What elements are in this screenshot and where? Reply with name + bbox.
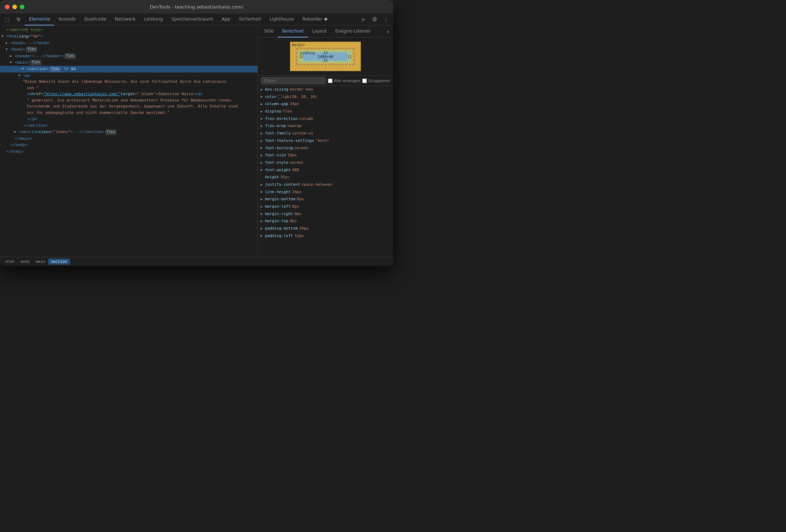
css-expand-icon[interactable]: ▶ xyxy=(261,204,265,209)
css-expand-icon[interactable]: ▶ xyxy=(261,87,265,92)
css-expand-icon[interactable]: ▶ xyxy=(261,138,265,144)
gruppieren-checkbox[interactable] xyxy=(362,79,367,83)
tab-sicherheit[interactable]: Sicherheit xyxy=(235,13,265,25)
dom-close-body[interactable]: </body> xyxy=(0,142,258,148)
breadcrumb-html[interactable]: html xyxy=(3,259,18,265)
css-expand-icon[interactable]: ▶ xyxy=(261,153,265,158)
css-expand-icon[interactable]: ▶ xyxy=(261,145,265,151)
dom-section-selected[interactable]: ··· <section> flex == $0 xyxy=(0,66,258,72)
css-expand-icon[interactable]: ▶ xyxy=(261,102,265,107)
css-property-row[interactable]: ▶font-weight400 xyxy=(258,167,393,174)
css-property-row[interactable]: ▶flex-wrapnowrap xyxy=(258,122,393,130)
css-property-row[interactable]: ▶margin-right0px xyxy=(258,210,393,218)
more-tabs-button[interactable]: » xyxy=(358,15,368,24)
css-property-row[interactable]: ▶margin-bottom0px xyxy=(258,196,393,203)
tab-speicherverbrauch[interactable]: Speicherverbrauch xyxy=(167,13,217,25)
alle-anzeigen-checkbox[interactable] xyxy=(328,79,333,83)
tab-rekorder[interactable]: Rekorder ⏺ xyxy=(298,13,333,25)
css-expand-icon[interactable]: ▶ xyxy=(261,211,265,216)
tab-elemente[interactable]: Elemente xyxy=(25,13,54,25)
tab-berechnet[interactable]: Berechnet xyxy=(278,25,308,37)
css-property-row[interactable]: ▶padding-bottom24px xyxy=(258,225,393,232)
css-property-row[interactable]: ▶line-height24px xyxy=(258,189,393,196)
css-expand-icon[interactable]: ▶ xyxy=(261,197,265,202)
close-button[interactable] xyxy=(5,5,10,9)
dom-head[interactable]: <head> ··· </head> xyxy=(0,40,258,46)
dom-p[interactable]: <p> xyxy=(0,73,258,79)
gruppieren-label[interactable]: Gruppieren xyxy=(362,79,390,83)
css-expand-icon[interactable]: ▶ xyxy=(261,226,265,231)
css-expand-icon[interactable]: ▶ xyxy=(261,160,265,166)
css-property-row[interactable]: ▶displayflex xyxy=(258,108,393,115)
tab-quellcode[interactable]: Quellcode xyxy=(80,13,111,25)
css-property-row[interactable]: ▶flex-directioncolumn xyxy=(258,115,393,123)
triangle-icon[interactable] xyxy=(10,60,15,65)
css-properties-list[interactable]: ▶box-sizingborder-box▶colorrgb(20, 20, 2… xyxy=(258,86,393,257)
css-expand-icon[interactable]: ▶ xyxy=(261,182,265,187)
css-property-row[interactable]: ▶font-familysystem-ui xyxy=(258,130,393,137)
tab-netzwerk[interactable]: Netzwerk xyxy=(110,13,140,25)
dom-close-main[interactable]: </main> xyxy=(0,135,258,142)
css-expand-icon[interactable]: ▶ xyxy=(261,189,265,195)
css-property-row[interactable]: ▶font-stylenormal xyxy=(258,159,393,167)
triangle-icon[interactable] xyxy=(14,129,19,134)
dom-main[interactable]: <main> flex xyxy=(0,59,258,66)
css-property-row[interactable]: height96px xyxy=(258,174,393,181)
css-expand-icon[interactable]: ▶ xyxy=(261,233,265,238)
dom-close-html[interactable]: </html> xyxy=(0,149,258,155)
dom-body[interactable]: <body> flex xyxy=(0,46,258,53)
tab-layout[interactable]: Layout xyxy=(308,25,331,37)
filter-input[interactable] xyxy=(261,77,326,84)
css-expand-icon[interactable]: ▶ xyxy=(261,167,265,173)
breadcrumb-main[interactable]: main xyxy=(33,259,48,265)
css-property-row[interactable]: ▶font-size18px xyxy=(258,152,393,159)
breadcrumb-body[interactable]: body xyxy=(18,259,33,265)
tab-konsole[interactable]: Konsole xyxy=(54,13,80,25)
color-swatch[interactable] xyxy=(278,95,282,99)
dom-doctype[interactable]: <!DOCTYPE html> xyxy=(0,27,258,33)
right-more-tabs-button[interactable]: » xyxy=(385,27,391,36)
css-property-row[interactable]: ▶column-gap24px xyxy=(258,100,393,108)
dom-close-section[interactable]: </section> xyxy=(0,122,258,129)
triangle-icon[interactable] xyxy=(22,66,27,71)
css-property-row[interactable]: ▶margin-top0px xyxy=(258,218,393,225)
alle-anzeigen-label[interactable]: Alle anzeigen xyxy=(328,79,360,83)
dom-html[interactable]: <html lang="de" > xyxy=(0,33,258,40)
tab-leistung[interactable]: Leistung xyxy=(140,13,167,25)
window-controls[interactable] xyxy=(5,5,24,9)
tab-app[interactable]: App xyxy=(218,13,235,25)
dom-tree-panel[interactable]: <!DOCTYPE html> <html lang="de" > <head>… xyxy=(0,25,258,257)
responsive-icon[interactable]: ⧉ xyxy=(13,15,23,24)
triangle-icon[interactable] xyxy=(10,54,15,59)
css-property-row[interactable]: ▶margin-left0px xyxy=(258,203,393,210)
dom-section-index[interactable]: <section class="index" > ··· </section> … xyxy=(0,129,258,135)
triangle-icon[interactable] xyxy=(6,47,11,52)
settings-button[interactable]: ⚙ xyxy=(370,15,380,24)
inspector-icon[interactable]: ⬚ xyxy=(2,15,12,24)
css-expand-icon[interactable]: ▶ xyxy=(261,116,265,121)
tab-stile[interactable]: Stile xyxy=(260,25,278,37)
tab-ereignis-listener[interactable]: Ereignis-Listener xyxy=(331,25,375,37)
css-property-row[interactable]: ▶colorrgb(20, 20, 20) xyxy=(258,93,393,101)
css-expand-icon[interactable]: ▶ xyxy=(261,94,265,99)
breadcrumb-section[interactable]: section xyxy=(48,259,70,265)
maximize-button[interactable] xyxy=(20,5,24,9)
tab-lighthouse[interactable]: Lighthouse xyxy=(265,13,298,25)
dom-close-p[interactable]: </p> xyxy=(0,116,258,122)
triangle-icon[interactable] xyxy=(18,73,23,78)
dom-header[interactable]: <header> ··· </header> flex xyxy=(0,53,258,59)
more-options-button[interactable]: ⋮ xyxy=(381,15,391,24)
css-expand-icon[interactable]: ▶ xyxy=(261,131,265,136)
css-property-row[interactable]: ▶padding-left12px xyxy=(258,232,393,240)
css-prop-value: 24px xyxy=(290,101,299,108)
css-property-row[interactable]: ▶justify-contentspace-between xyxy=(258,181,393,189)
css-expand-icon[interactable]: ▶ xyxy=(261,109,265,114)
css-property-row[interactable]: ▶font-feature-settings"kern" xyxy=(258,137,393,145)
css-expand-icon[interactable]: ▶ xyxy=(261,123,265,129)
css-property-row[interactable]: ▶font-kerningnormal xyxy=(258,145,393,152)
triangle-icon[interactable] xyxy=(6,41,11,46)
css-expand-icon[interactable]: ▶ xyxy=(261,219,265,224)
minimize-button[interactable] xyxy=(12,5,17,9)
triangle-icon[interactable] xyxy=(1,34,6,39)
css-property-row[interactable]: ▶box-sizingborder-box xyxy=(258,86,393,93)
